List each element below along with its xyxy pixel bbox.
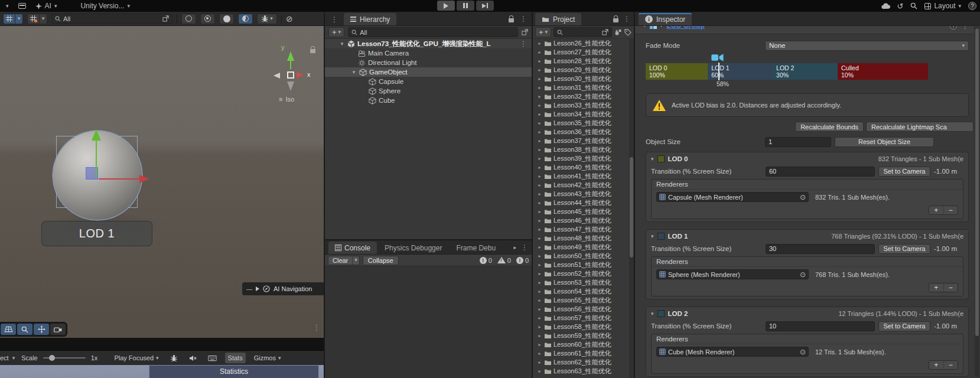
expand-icon[interactable]: ▸ — [537, 289, 542, 294]
collapse-button[interactable]: Collapse — [363, 256, 399, 265]
lod-group-header[interactable]: ▾ LOD 2 12 Triangles (1.44% LOD0) - 1 Su… — [646, 308, 968, 319]
gizmos-dropdown[interactable]: Gizmos ▾ — [251, 353, 284, 363]
scrollbar-thumb[interactable] — [630, 157, 633, 258]
expand-icon[interactable]: ▸ — [537, 94, 542, 99]
expand-icon[interactable]: ▸ — [537, 103, 542, 108]
project-folder-row[interactable]: ▸ Lesson28_性能优化 — [533, 57, 634, 66]
transition-input[interactable]: 10 — [766, 321, 875, 331]
inspector-scrollbar[interactable] — [975, 27, 979, 377]
lock-icon[interactable] — [310, 49, 315, 53]
move-gizmo-x-axis[interactable] — [99, 178, 140, 180]
pause-button[interactable] — [457, 1, 474, 11]
expand-icon[interactable]: ▸ — [537, 245, 542, 250]
scene-row[interactable]: ▾ Lesson73_性能优化_GPU_增强渲染性能_L ⋮ — [325, 39, 532, 48]
kebab-menu-icon[interactable]: ⋮ — [521, 244, 528, 251]
effects-toggle[interactable] — [238, 14, 253, 24]
project-folder-row[interactable]: ▸ Lesson54_性能优化 — [533, 287, 634, 296]
expand-icon[interactable]: ▸ — [537, 183, 542, 188]
lod-playhead[interactable] — [718, 63, 719, 80]
add-renderer-button[interactable]: + — [929, 361, 943, 369]
play-button[interactable] — [437, 1, 455, 11]
expand-icon[interactable]: ▸ — [537, 85, 542, 90]
panel-menu-icon[interactable]: ⋮ — [331, 16, 338, 23]
set-to-camera-button[interactable]: Set to Camera — [878, 321, 930, 331]
step-button[interactable] — [476, 1, 494, 11]
scene-visibility-toggle[interactable]: ⊘ — [286, 14, 293, 24]
project-folder-row[interactable]: ▸ Lesson36_性能优化 — [533, 128, 634, 136]
fade-mode-dropdown[interactable]: None ▾ — [765, 41, 969, 51]
grid-snap-dropdown[interactable]: ▾ — [27, 14, 47, 24]
project-folder-row[interactable]: ▸ Lesson57_性能优化 — [533, 314, 634, 322]
object-picker-icon[interactable]: ⊙ — [800, 348, 806, 356]
hierarchy-item-capsule[interactable]: Capsule — [325, 77, 532, 86]
project-folder-row[interactable]: ▸ Lesson27_性能优化 — [533, 48, 634, 57]
hierarchy-item-gameobject[interactable]: ▾ GameObject — [325, 67, 532, 77]
transition-input[interactable]: 60 — [766, 167, 875, 177]
expand-icon[interactable]: ▸ — [537, 165, 542, 170]
add-renderer-button[interactable]: + — [929, 206, 943, 214]
open-window-icon[interactable] — [522, 29, 528, 35]
move-gizmo-x-arrow[interactable] — [139, 175, 149, 183]
scale-slider[interactable] — [43, 357, 86, 359]
move-tool-button[interactable] — [34, 324, 49, 335]
project-folder-row[interactable]: ▸ Lesson60_性能优化 — [533, 340, 634, 349]
lighting-toggle[interactable] — [200, 14, 215, 24]
layout-menu[interactable]: Layout ▾ — [924, 2, 961, 10]
slider-thumb[interactable] — [49, 355, 55, 361]
down-axis-cone[interactable] — [287, 82, 294, 91]
expand-icon[interactable]: ▸ — [537, 369, 542, 374]
mute-audio-button[interactable] — [186, 353, 200, 363]
project-folder-row[interactable]: ▸ Lesson56_性能优化 — [533, 305, 634, 314]
project-folder-row[interactable]: ▸ Lesson44_性能优化 — [533, 198, 634, 207]
reset-object-size-button[interactable]: Reset Object Size — [835, 137, 934, 147]
expand-icon[interactable]: ▸ — [537, 200, 542, 206]
project-folder-row[interactable]: ▸ Lesson61_性能优化 — [533, 349, 634, 358]
history-icon[interactable]: ↺ — [897, 2, 904, 11]
set-to-camera-button[interactable]: Set to Camera — [878, 167, 930, 177]
drag-handle-icon[interactable]: — — [246, 286, 252, 292]
project-folder-row[interactable]: ▸ Lesson59_性能优化 — [533, 331, 634, 340]
tab-hierarchy[interactable]: Hierarchy — [344, 13, 396, 25]
renderer-object-field[interactable]: Cube (Mesh Renderer) ⊙ — [656, 347, 809, 357]
project-folder-row[interactable]: ▸ Lesson58_性能优化 — [533, 322, 634, 331]
scrollbar-thumb[interactable] — [975, 28, 979, 336]
zoom-tool-button[interactable] — [17, 324, 32, 335]
hierarchy-item-sphere[interactable]: Sphere — [325, 86, 532, 96]
project-folder-row[interactable]: ▸ Lesson55_性能优化 — [533, 296, 634, 305]
grid-visibility-dropdown[interactable]: ▾ — [3, 14, 23, 24]
expand-icon[interactable]: ▸ — [537, 236, 542, 241]
overlay-menu-icon[interactable]: ⋮ — [313, 324, 320, 331]
y-axis-cone[interactable] — [287, 51, 294, 61]
component-menu-icon[interactable]: ⋮ — [962, 26, 969, 30]
project-folder-row[interactable]: ▸ Lesson63_性能优化 — [533, 367, 634, 376]
project-folder-row[interactable]: ▸ Lesson30_性能优化 — [533, 74, 634, 83]
object-picker-icon[interactable]: ⊙ — [800, 271, 806, 279]
tab-frame-debugger[interactable]: Frame Debu — [450, 242, 497, 254]
window-chevron-icon[interactable]: ▾ — [6, 4, 9, 9]
expand-icon[interactable]: ▸ — [537, 41, 542, 46]
tab-project[interactable]: Project — [535, 13, 581, 25]
project-folder-row[interactable]: ▸ Lesson45_性能优化 — [533, 207, 634, 216]
remove-renderer-button[interactable]: − — [943, 361, 958, 369]
lod-group-header[interactable]: ▾ LOD 0 832 Triangles - 1 Sub Mesh(e — [646, 154, 968, 164]
project-folder-row[interactable]: ▸ Lesson46_性能优化 — [533, 216, 634, 225]
lod-camera-marker[interactable] — [711, 53, 724, 62]
expand-icon[interactable]: ▸ — [537, 147, 542, 152]
project-folder-row[interactable]: ▸ Lesson52_性能优化 — [533, 269, 634, 278]
expand-icon[interactable]: ▸ — [537, 271, 542, 276]
tray-icon[interactable] — [18, 3, 26, 9]
game-view[interactable]: Statistics — [0, 365, 324, 378]
move-gizmo-y-arrow[interactable] — [92, 129, 101, 141]
search-by-label-icon[interactable] — [624, 29, 631, 36]
expand-icon[interactable]: ▸ — [537, 50, 542, 55]
audio-toggle[interactable] — [219, 14, 234, 24]
x-axis-cone[interactable] — [297, 72, 304, 78]
expand-icon[interactable]: ▸ — [537, 324, 542, 330]
set-to-camera-button[interactable]: Set to Camera — [878, 244, 930, 254]
left-axis-cone[interactable] — [274, 73, 280, 79]
expand-icon[interactable]: ▸ — [537, 227, 542, 232]
expand-icon[interactable]: ▸ — [537, 218, 542, 223]
hierarchy-item-directional-light[interactable]: Directional Light — [325, 58, 532, 67]
foldout-icon[interactable]: ▾ — [651, 233, 654, 239]
lock-icon[interactable] — [509, 18, 514, 22]
